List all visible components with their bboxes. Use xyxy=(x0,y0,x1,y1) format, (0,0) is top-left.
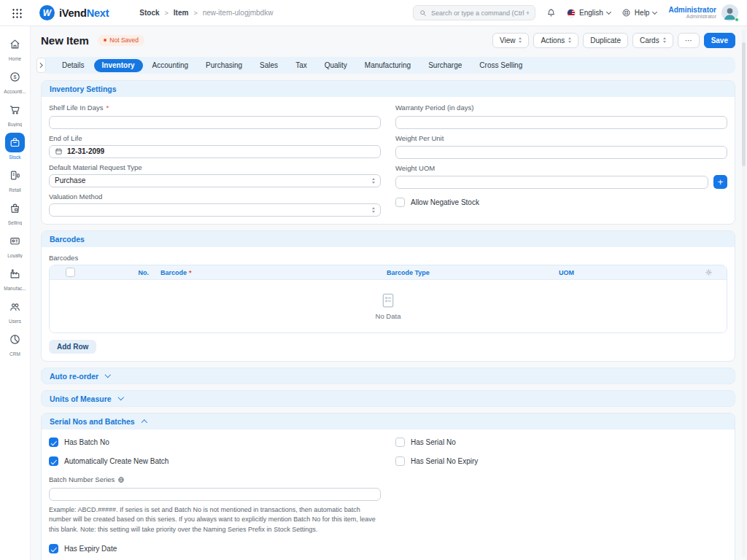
tab-sales[interactable]: Sales xyxy=(252,59,286,72)
stock-icon xyxy=(5,133,25,152)
allow-negative-stock-checkbox[interactable] xyxy=(395,198,405,207)
inventory-settings-section: Inventory Settings Shelf Life In Days* E… xyxy=(41,80,735,225)
brand-logo[interactable]: W iVendNext xyxy=(39,5,109,20)
has-serial-no-checkbox[interactable] xyxy=(395,438,405,447)
weight-per-unit-input[interactable] xyxy=(395,146,727,159)
loyalty-icon xyxy=(5,231,25,251)
valuation-method-select[interactable] xyxy=(49,203,381,217)
add-uom-button[interactable]: + xyxy=(713,175,727,189)
shelf-life-label: Shelf Life In Days xyxy=(49,104,103,112)
barcodes-section: Barcodes Barcodes No. Barcode* Barcode T… xyxy=(41,230,735,362)
tab-purchasing[interactable]: Purchasing xyxy=(198,59,250,72)
batch-number-series-input[interactable] xyxy=(49,488,381,501)
has-serial-no-expiry-checkbox-row: Has Serial No Expiry xyxy=(395,456,727,466)
main-content: New Item Not Saved View Actions Duplicat… xyxy=(31,26,747,560)
page-header: New Item Not Saved View Actions Duplicat… xyxy=(41,31,735,50)
manufacturing-icon xyxy=(5,264,25,284)
search-input[interactable] xyxy=(431,9,529,17)
duplicate-button[interactable]: Duplicate xyxy=(583,33,628,48)
inventory-settings-header[interactable]: Inventory Settings xyxy=(42,81,735,97)
serial-batches-header[interactable]: Serial Nos and Batches xyxy=(42,413,735,429)
allow-negative-stock-label: Allow Negative Stock xyxy=(411,198,479,206)
gear-icon xyxy=(705,268,713,276)
cards-button[interactable]: Cards xyxy=(632,33,673,48)
barcodes-empty-state: No Data xyxy=(50,280,727,332)
retail-icon xyxy=(5,166,25,185)
notifications-button[interactable] xyxy=(546,8,556,18)
view-button[interactable]: View xyxy=(492,33,530,48)
globe-icon xyxy=(117,476,125,483)
material-request-type-select[interactable]: Purchase xyxy=(49,174,381,187)
language-selector[interactable]: English xyxy=(567,9,611,18)
actions-button[interactable]: Actions xyxy=(533,33,578,48)
chevron-up-icon xyxy=(142,420,147,426)
user-text: Administrator Administrator xyxy=(668,6,716,20)
select-all-checkbox[interactable] xyxy=(66,268,75,277)
barcodes-table: No. Barcode* Barcode Type UOM No Data xyxy=(49,265,727,333)
sidebar-item-accounting[interactable]: $ Accounti... xyxy=(0,67,31,94)
more-button[interactable]: ··· xyxy=(678,33,700,48)
end-of-life-date-input[interactable]: 12-31-2099 xyxy=(49,145,381,158)
sidebar-item-loyalty[interactable]: Loyalty xyxy=(0,231,31,258)
tab-cross-selling[interactable]: Cross Selling xyxy=(471,59,530,72)
column-uom: UOM xyxy=(553,269,690,276)
apps-grid-icon[interactable] xyxy=(12,8,22,18)
sidebar-item-retail[interactable]: Retail xyxy=(0,166,31,192)
warranty-period-input[interactable] xyxy=(395,116,727,129)
sidebar-item-home[interactable]: Home xyxy=(0,34,31,61)
add-row-button[interactable]: Add Row xyxy=(49,340,96,354)
sidebar-item-buying[interactable]: Buying xyxy=(0,100,31,127)
batch-number-series-label: Batch Number Series xyxy=(49,475,115,483)
tab-surcharge[interactable]: Surcharge xyxy=(420,59,470,72)
save-button[interactable]: Save xyxy=(704,33,735,48)
allow-negative-stock-checkbox-row: Allow Negative Stock xyxy=(395,198,727,207)
scrollbar-thumb[interactable] xyxy=(742,42,746,166)
select-carets-icon xyxy=(372,207,375,213)
column-barcode: Barcode* xyxy=(155,269,381,276)
chevron-right-icon xyxy=(38,63,42,67)
sidebar-item-stock[interactable]: Stock xyxy=(0,133,31,160)
has-serial-no-expiry-checkbox[interactable] xyxy=(395,456,405,466)
sidebar-item-crm[interactable]: CRM xyxy=(0,330,31,357)
svg-text:$: $ xyxy=(14,74,17,80)
has-serial-no-checkbox-row: Has Serial No xyxy=(395,438,727,447)
us-flag-icon xyxy=(567,9,576,18)
sidebar-item-manufacturing[interactable]: Manufac... xyxy=(0,264,31,291)
crm-icon xyxy=(5,330,25,349)
auto-reorder-section-toggle[interactable]: Auto re-order xyxy=(41,368,735,384)
breadcrumb-current: new-item-ulogjmbdkw xyxy=(203,9,274,17)
sidebar-item-users[interactable]: Users xyxy=(0,297,31,324)
user-role: Administrator xyxy=(686,14,716,20)
table-settings-button[interactable] xyxy=(690,268,727,276)
tab-details[interactable]: Details xyxy=(54,59,93,72)
barcodes-header[interactable]: Barcodes xyxy=(42,231,735,247)
sidebar-expand-button[interactable] xyxy=(36,58,46,73)
units-of-measure-section-toggle[interactable]: Units of Measure xyxy=(41,390,735,407)
units-of-measure-title: Units of Measure xyxy=(50,394,112,403)
tab-inventory[interactable]: Inventory xyxy=(94,59,143,72)
breadcrumb-stock[interactable]: Stock xyxy=(139,9,159,17)
select-carets-icon xyxy=(372,178,375,184)
barcodes-body: Barcodes No. Barcode* Barcode Type UOM N… xyxy=(42,247,735,361)
tab-accounting[interactable]: Accounting xyxy=(144,59,196,72)
chevron-down-icon xyxy=(105,372,111,378)
warranty-period-label: Warranty Period (in days) xyxy=(395,104,473,112)
global-search[interactable] xyxy=(413,5,535,20)
user-menu[interactable]: Administrator Administrator xyxy=(668,4,738,21)
column-left: Has Batch No Automatically Create New Ba… xyxy=(49,431,381,560)
sidebar-item-selling[interactable]: Selling xyxy=(0,198,31,225)
field-end-of-life: End of Life 12-31-2099 xyxy=(49,134,381,158)
breadcrumb-item[interactable]: Item xyxy=(174,9,189,17)
shelf-life-input[interactable] xyxy=(49,116,381,129)
tab-manufacturing[interactable]: Manufacturing xyxy=(357,59,419,72)
has-batch-no-checkbox[interactable] xyxy=(49,438,58,447)
weight-uom-input[interactable] xyxy=(395,176,708,189)
has-expiry-date-checkbox[interactable] xyxy=(49,544,58,553)
help-menu[interactable]: Help xyxy=(622,8,657,18)
tab-quality[interactable]: Quality xyxy=(317,59,355,72)
column-no: No. xyxy=(90,269,155,276)
auto-create-batch-checkbox[interactable] xyxy=(49,456,58,466)
sort-carets-icon xyxy=(663,37,666,43)
tab-tax[interactable]: Tax xyxy=(287,59,315,72)
online-status-dot xyxy=(735,18,739,22)
